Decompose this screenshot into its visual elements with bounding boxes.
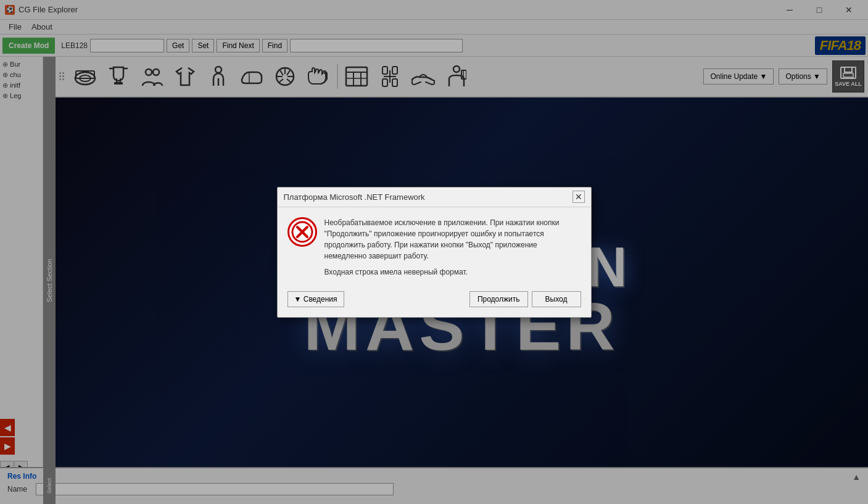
modal-overlay: Платформа Microsoft .NET Framework ✕ Нео…	[0, 0, 868, 504]
modal-close-button[interactable]: ✕	[572, 191, 585, 203]
modal-footer: ▼ Сведения Продолжить Выход	[278, 286, 591, 317]
modal-titlebar: Платформа Microsoft .NET Framework ✕	[278, 188, 591, 207]
continue-button[interactable]: Продолжить	[469, 291, 528, 307]
modal-body: Необрабатываемое исключение в приложении…	[278, 207, 591, 286]
error-icon	[287, 217, 317, 247]
modal-title: Платформа Microsoft .NET Framework	[284, 192, 425, 202]
modal-content: Необрабатываемое исключение в приложении…	[324, 217, 581, 276]
modal-sub-message: Входная строка имела неверный формат.	[324, 268, 581, 276]
modal-main-message: Необрабатываемое исключение в приложении…	[324, 217, 581, 262]
error-icon-inner	[287, 217, 317, 247]
details-button[interactable]: ▼ Сведения	[287, 291, 344, 307]
error-dialog: Платформа Microsoft .NET Framework ✕ Нео…	[277, 187, 592, 318]
dialog-action-buttons: Продолжить Выход	[469, 291, 581, 307]
exit-button[interactable]: Выход	[532, 291, 581, 307]
